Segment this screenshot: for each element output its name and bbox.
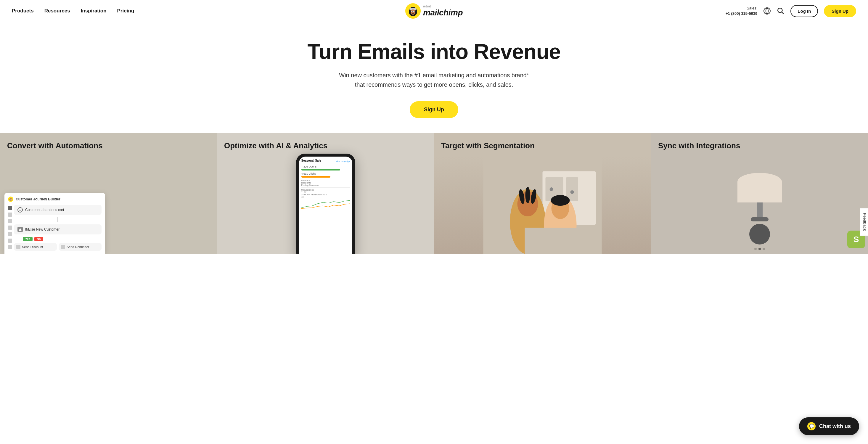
divider (301, 187, 350, 188)
opens-bar (301, 169, 340, 170)
unsub-label: Unsubscribes (301, 189, 350, 191)
panel-2-title: Optimize with AI & Analytics (217, 133, 434, 150)
hero-section: Turn Emails into Revenue Win new custome… (0, 22, 868, 133)
send-reminder-icon (61, 245, 65, 249)
lamp-visual (730, 164, 789, 247)
send-discount-card: Send Discount (14, 243, 57, 251)
sidebar-icon-1 (8, 206, 12, 210)
logo-intuit-text: intuit (423, 5, 431, 8)
panel-analytics: Optimize with AI & Analytics Seasonal Sa… (217, 133, 434, 254)
phone-screen: Seasonal Sale View campaign 7,326 Opens … (299, 157, 352, 254)
panel-3-photo (434, 157, 651, 254)
svg-point-4 (411, 9, 415, 15)
existing-label: Existing Customers (301, 184, 350, 186)
nav-left: Products Resources Inspiration Pricing (12, 8, 134, 14)
shopify-icon: S (854, 235, 859, 244)
campaign-title: Seasonal Sale (301, 159, 321, 162)
nav-pricing[interactable]: Pricing (117, 8, 134, 14)
logo-mailchimp-text: mailchimp (423, 8, 463, 18)
panel-segmentation: Target with Segmentation (434, 133, 651, 254)
dot-2[interactable] (758, 248, 761, 250)
login-button[interactable]: Log In (790, 5, 818, 17)
svg-point-24 (551, 195, 570, 206)
nav-products[interactable]: Products (12, 8, 34, 14)
panel-4-title: Sync with Integrations (651, 133, 868, 150)
ifelse-icon (18, 227, 23, 232)
journey-mockup-wrap: 🐵 Customer Journey Builder (4, 193, 217, 254)
dot-3[interactable] (763, 248, 765, 250)
recipients-label: Recipients (301, 182, 350, 184)
perf-label: 24 HOUR PERFORMANCE (301, 194, 350, 196)
mockup-main: Customer abandons cart If/Else New Custo… (14, 205, 101, 251)
panel-integrations: Sync with Integrations S (651, 133, 868, 254)
view-campaign-link[interactable]: View campaign (336, 160, 350, 162)
globe-icon[interactable] (763, 7, 771, 15)
flow-connector-1 (57, 217, 58, 222)
send-reminder-card: Send Reminder (59, 243, 101, 251)
lamp-sphere (749, 224, 770, 245)
nav-resources[interactable]: Resources (44, 8, 70, 14)
svg-point-20 (525, 187, 530, 203)
panel-automations: Convert with Automations 🐵 Customer Jour… (0, 133, 217, 254)
nav-inspiration[interactable]: Inspiration (81, 8, 106, 14)
feedback-tab[interactable]: Feedback (860, 208, 868, 236)
phone-outer: Seasonal Sale View campaign 7,326 Opens … (296, 154, 355, 254)
hero-title: Turn Emails into Revenue (6, 40, 862, 63)
search-icon[interactable] (777, 7, 784, 15)
perf-val: 43 (301, 196, 350, 198)
panel-4-visual: S (651, 157, 868, 254)
sidebar-icon-3 (8, 219, 12, 223)
sales-info: Sales: +1 (800) 315-5939 (725, 6, 757, 16)
dot-1[interactable] (754, 248, 757, 250)
phone-screen-content: Seasonal Sale View campaign 7,326 Opens … (301, 159, 350, 210)
mockup-layout: Customer abandons cart If/Else New Custo… (8, 205, 101, 251)
yes-badge: Yes (23, 237, 33, 241)
sidebar-icon-7 (8, 245, 12, 249)
audience-label: Audience (301, 179, 350, 182)
ifelse-label: If/Else New Customer (25, 227, 60, 231)
signup-button-nav[interactable]: Sign Up (824, 5, 856, 17)
clicks-bar (301, 176, 330, 178)
logo-text: intuit mailchimp (423, 5, 463, 18)
sidebar-icon-5 (8, 232, 12, 236)
people-illustration (434, 157, 651, 254)
svg-point-8 (413, 11, 414, 11)
panel-3-title: Target with Segmentation (434, 133, 651, 150)
sidebar-icon-4 (8, 226, 12, 230)
journey-mockup: 🐵 Customer Journey Builder (4, 193, 105, 254)
trigger-label: Customer abandons cart (25, 208, 64, 212)
sidebar-icon-2 (8, 213, 12, 217)
svg-point-15 (550, 187, 553, 191)
svg-point-10 (778, 8, 782, 12)
send-discount-label: Send Discount (22, 245, 43, 249)
mockup-header: 🐵 Customer Journey Builder (8, 196, 101, 202)
mockup-title-text: Customer Journey Builder (16, 197, 60, 201)
mockup-logo-icon: 🐵 (8, 196, 13, 202)
dot-navigation (754, 248, 765, 254)
monkey-icon (405, 3, 421, 19)
svg-rect-25 (525, 228, 578, 254)
panel-1-title: Convert with Automations (0, 133, 217, 150)
hero-subtitle: Win new customers with the #1 email mark… (333, 70, 535, 89)
lamp-shade (738, 173, 782, 202)
clicks-stat: 4,631 Clicks (301, 172, 350, 175)
phone-wrap: Seasonal Sale View campaign 7,326 Opens … (296, 154, 355, 254)
perf-chart (301, 198, 350, 209)
send-reminder-label: Send Reminder (67, 245, 89, 249)
feature-panels: Convert with Automations 🐵 Customer Jour… (0, 133, 868, 254)
no-badge: No (34, 237, 43, 241)
lamp-foot (751, 217, 769, 221)
opens-stat: 7,326 Opens (301, 165, 350, 168)
unsub-val: 11,021 (301, 191, 350, 193)
send-discount-icon (16, 245, 21, 249)
navigation: Products Resources Inspiration Pricing i… (0, 0, 868, 22)
logo[interactable]: intuit mailchimp (405, 3, 463, 19)
nav-right: Sales: +1 (800) 315-5939 Log In Sign Up (725, 5, 856, 17)
flow-card-trigger: Customer abandons cart (14, 205, 101, 215)
trigger-icon (18, 207, 23, 213)
yes-no-badges: Yes No (14, 237, 101, 241)
sidebar-icon-6 (8, 239, 12, 243)
send-cards: Send Discount Send Reminder (14, 243, 101, 251)
sidebar-icons (8, 205, 12, 251)
signup-button-hero[interactable]: Sign Up (410, 101, 458, 118)
